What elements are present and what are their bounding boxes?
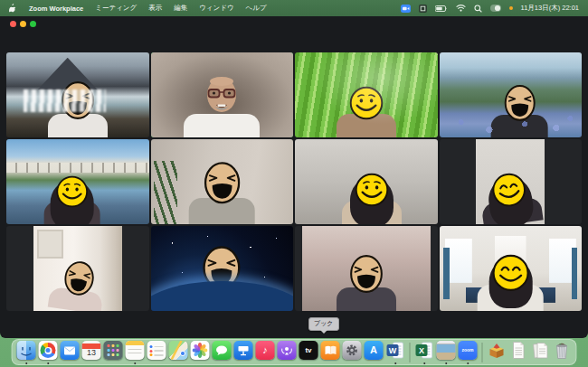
running-indicator xyxy=(47,362,50,365)
dock-trash-icon[interactable] xyxy=(553,341,572,363)
dock-tooltip: ブック xyxy=(308,317,339,331)
dock-package-icon[interactable] xyxy=(488,341,507,363)
dock-finder-icon[interactable] xyxy=(17,341,36,363)
laugh-emoji-overlay xyxy=(61,259,96,298)
video-feed xyxy=(151,226,294,311)
dock-calendar-icon[interactable]: 13 xyxy=(82,341,101,363)
dock-notes-icon[interactable] xyxy=(126,341,145,363)
smile-emoji-overlay xyxy=(491,254,529,292)
dock-zoom-icon[interactable]: zoom xyxy=(459,341,478,363)
participant xyxy=(48,80,108,137)
video-feed xyxy=(151,139,294,224)
traffic-light-close[interactable] xyxy=(10,21,16,27)
video-tile-7[interactable] xyxy=(295,139,438,224)
dock-divider xyxy=(410,343,411,362)
dock-chrome-icon[interactable] xyxy=(39,341,58,363)
traffic-light-zoom[interactable] xyxy=(30,21,36,27)
dock-excel-icon[interactable]: X xyxy=(415,341,434,363)
participant xyxy=(337,254,396,311)
dock-divider xyxy=(482,343,483,362)
video-feed xyxy=(440,52,583,137)
video-feed xyxy=(476,139,545,224)
dock-mail-icon[interactable] xyxy=(61,341,80,363)
dock-document2-icon[interactable] xyxy=(531,341,550,363)
video-tile-3[interactable] xyxy=(295,52,438,137)
video-tile-2[interactable] xyxy=(151,52,294,137)
participant xyxy=(189,161,255,224)
smile-emoji-overlay xyxy=(489,171,528,210)
smile-emoji-overlay xyxy=(355,173,389,207)
dock: 13♪tvAWXzoom xyxy=(12,339,577,365)
video-feed xyxy=(295,52,438,137)
running-indicator xyxy=(134,362,137,365)
desktop: { "menu_bar": { "menus": ["Zoom Workplac… xyxy=(0,0,588,367)
participant-face xyxy=(201,73,242,120)
dock-maps-icon[interactable] xyxy=(169,341,188,363)
participant xyxy=(337,86,396,137)
battery-icon[interactable] xyxy=(435,5,448,12)
input-source-icon[interactable] xyxy=(419,5,427,13)
dock-messages-icon[interactable] xyxy=(213,341,232,363)
wifi-icon[interactable] xyxy=(456,5,466,12)
video-tile-5[interactable] xyxy=(6,139,149,224)
video-tile-4[interactable] xyxy=(440,52,583,137)
participant xyxy=(478,254,544,311)
dock-word-icon[interactable]: W xyxy=(386,341,405,363)
participant xyxy=(184,73,260,137)
video-tile-9[interactable] xyxy=(6,226,149,311)
dock-launchpad-icon[interactable] xyxy=(104,341,123,363)
dock-appstore-icon[interactable]: A xyxy=(365,341,384,363)
running-indicator xyxy=(25,362,28,365)
video-feed xyxy=(33,226,122,311)
video-feed xyxy=(151,52,294,137)
laugh-emoji-overlay xyxy=(203,161,241,204)
video-tile-10[interactable] xyxy=(151,226,294,311)
dock-keynote-icon[interactable] xyxy=(234,341,253,363)
dock-photos-icon[interactable] xyxy=(191,341,210,363)
dock-settings-icon[interactable] xyxy=(343,341,362,363)
dock-music-icon[interactable]: ♪ xyxy=(256,341,275,363)
window-titlebar xyxy=(0,16,588,36)
participant xyxy=(478,169,544,224)
dock-podcasts-icon[interactable] xyxy=(278,341,297,363)
laugh-emoji-overlay xyxy=(503,84,536,122)
video-tile-12[interactable] xyxy=(440,226,583,311)
dock-document-icon[interactable] xyxy=(509,341,528,363)
laugh-emoji-overlay xyxy=(349,254,384,294)
menu-item-3[interactable]: 編集 xyxy=(174,4,187,13)
dock-appletv-icon[interactable]: tv xyxy=(299,341,318,363)
mic-in-use-indicator xyxy=(509,6,513,10)
video-feed xyxy=(6,139,149,224)
apple-logo-icon[interactable] xyxy=(9,4,17,14)
video-tile-11[interactable] xyxy=(295,226,438,311)
user-switch-icon[interactable] xyxy=(490,5,501,12)
dock-tooltip-label: ブック xyxy=(314,320,334,326)
traffic-light-minimize[interactable] xyxy=(20,21,26,27)
menu-item-2[interactable]: 表示 xyxy=(148,4,162,13)
menu-item-4[interactable]: ウィンドウ xyxy=(199,4,233,13)
participant xyxy=(491,84,548,137)
dock-window-preview-icon[interactable] xyxy=(437,341,456,363)
menu-item-5[interactable]: ヘルプ xyxy=(246,4,267,13)
dock-books-icon[interactable] xyxy=(321,341,340,363)
participant xyxy=(342,173,402,224)
running-indicator xyxy=(423,362,426,365)
menu-bar-status: 11月13日(木) 22:01 xyxy=(401,4,579,13)
spotlight-search-icon[interactable] xyxy=(474,5,482,13)
zoom-menubar-icon[interactable] xyxy=(401,5,411,13)
smile-emoji-overlay xyxy=(56,175,89,208)
video-tile-1[interactable] xyxy=(6,52,149,137)
tooltip-arrow-icon xyxy=(320,330,327,334)
laugh-emoji-overlay xyxy=(61,80,95,120)
running-indicator xyxy=(394,362,397,365)
menu-app-name[interactable]: Zoom Workplace xyxy=(29,5,83,13)
menu-item-1[interactable]: ミーティング xyxy=(95,4,137,13)
video-feed xyxy=(6,52,149,137)
menu-bar-clock[interactable]: 11月13日(木) 22:01 xyxy=(521,4,579,13)
video-tile-6[interactable] xyxy=(151,139,294,224)
svg-text:X: X xyxy=(419,346,424,355)
dock-reminders-icon[interactable] xyxy=(147,341,166,363)
laugh-emoji-overlay xyxy=(202,245,242,291)
video-tile-8[interactable] xyxy=(440,139,583,224)
participant xyxy=(43,175,100,224)
